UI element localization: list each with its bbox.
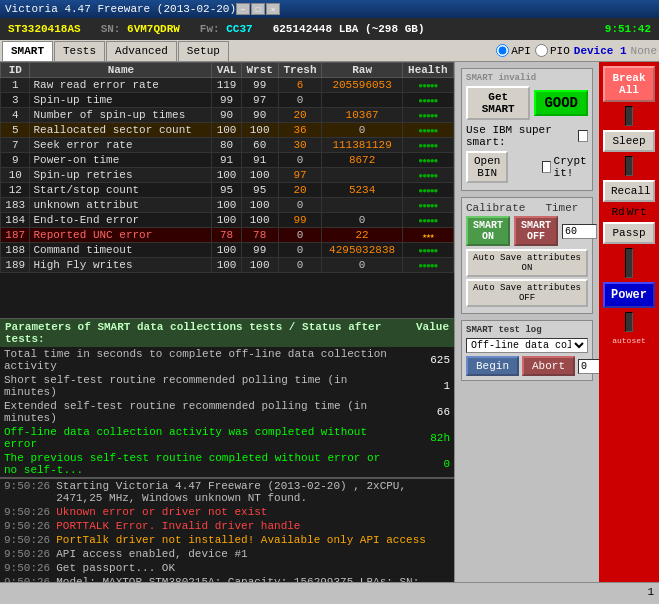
rd-label: Rd [611, 206, 624, 218]
cell-raw: 111381129 [322, 138, 402, 153]
calib-btn-row: SMART ON SMART OFF [466, 216, 588, 246]
calibrate-section: Calibrate Timer SMART ON SMART OFF Auto … [461, 197, 593, 314]
abort-button[interactable]: Abort [522, 356, 575, 376]
api-radio[interactable] [496, 44, 509, 57]
col-health: Health [402, 63, 453, 78]
crypt-checkbox[interactable] [542, 161, 550, 173]
log-time: 9:50:26 [4, 506, 50, 518]
log-time: 9:50:26 [4, 480, 50, 504]
tab-smart[interactable]: SMART [2, 41, 53, 61]
ibm-checkbox[interactable] [578, 130, 588, 142]
cell-raw [322, 93, 402, 108]
cell-tresh: 30 [278, 138, 322, 153]
recall-button[interactable]: Recall [603, 180, 655, 202]
cell-name: Number of spin-up times [30, 108, 212, 123]
cell-health: ●●●●● [402, 93, 453, 108]
cell-health: ●●●●● [402, 138, 453, 153]
cell-health: ●●●●● [402, 258, 453, 273]
timer-input[interactable] [562, 224, 597, 239]
cell-id: 10 [1, 168, 30, 183]
auto-save-off-button[interactable]: Auto Save attributes OFF [466, 279, 588, 307]
ibm-row: Use IBM super smart: [466, 124, 588, 148]
minimize-button[interactable]: − [236, 3, 250, 15]
smart-on-button[interactable]: SMART ON [466, 216, 510, 246]
cell-health: ●●●●● [402, 243, 453, 258]
cell-tresh: 0 [278, 243, 322, 258]
log-text: Uknown error or driver not exist [56, 506, 267, 518]
cell-raw: 10367 [322, 108, 402, 123]
params-section: Parameters of SMART data collections tes… [0, 318, 454, 477]
table-row: 4 Number of spin-up times 90 90 20 10367… [1, 108, 454, 123]
log-entry: 9:50:26 API access enabled, device #1 [0, 547, 454, 561]
tab-advanced[interactable]: Advanced [106, 41, 177, 61]
table-row: 10 Spin-up retries 100 100 97 ●●●●● [1, 168, 454, 183]
param-val: 82h [404, 425, 454, 451]
status-bar: 1 [0, 582, 659, 600]
cell-val: 100 [212, 168, 241, 183]
cell-val: 80 [212, 138, 241, 153]
cell-wrst: 60 [241, 138, 278, 153]
params-val-header: Value [416, 321, 449, 345]
cell-health: ●●●●● [402, 108, 453, 123]
log-text: PortTalk driver not installed! Available… [56, 534, 426, 546]
params-row: Total time in seconds to complete off-li… [0, 347, 454, 373]
smart-invalid-label: SMART invalid [466, 73, 588, 83]
cell-id: 12 [1, 183, 30, 198]
col-name: Name [30, 63, 212, 78]
cell-name: Spin-up time [30, 93, 212, 108]
center-panel: SMART invalid Get SMART GOOD Use IBM sup… [454, 62, 599, 582]
params-title: Parameters of SMART data collections tes… [5, 321, 416, 345]
cell-id: 3 [1, 93, 30, 108]
table-row: 189 High Fly writes 100 100 0 0 ●●●●● [1, 258, 454, 273]
cell-wrst: 78 [241, 228, 278, 243]
cell-wrst: 100 [241, 258, 278, 273]
fw-value: CC37 [226, 23, 252, 35]
cell-id: 189 [1, 258, 30, 273]
test-select[interactable]: Off-line data collect [466, 338, 588, 353]
auto-save-on-button[interactable]: Auto Save attributes ON [466, 249, 588, 277]
table-row: 187 Reported UNC error 78 78 0 22 ★★★ [1, 228, 454, 243]
cell-val: 100 [212, 258, 241, 273]
cell-tresh: 6 [278, 78, 322, 93]
cell-wrst: 95 [241, 183, 278, 198]
log-text: API access enabled, device #1 [56, 548, 247, 560]
smart-off-button[interactable]: SMART OFF [514, 216, 558, 246]
pio-radio-label[interactable]: PIO [535, 44, 570, 57]
cell-name: Power-on time [30, 153, 212, 168]
cell-id: 184 [1, 213, 30, 228]
open-bin-row: Open BIN Crypt it! [466, 151, 588, 183]
close-button[interactable]: × [266, 3, 280, 15]
tab-setup[interactable]: Setup [178, 41, 229, 61]
table-row: 184 End-to-End error 100 100 99 0 ●●●●● [1, 213, 454, 228]
tab-tests[interactable]: Tests [54, 41, 105, 61]
cell-tresh: 0 [278, 93, 322, 108]
passp-button[interactable]: Passp [603, 222, 655, 244]
cell-tresh: 99 [278, 213, 322, 228]
log-entry: 9:50:26 PORTTALK Error. Invalid driver h… [0, 519, 454, 533]
autoset-label: autoset [612, 336, 646, 345]
cell-tresh: 0 [278, 153, 322, 168]
cell-health: ●●●●● [402, 183, 453, 198]
pio-radio[interactable] [535, 44, 548, 57]
power-button[interactable]: Power [603, 282, 655, 308]
open-bin-button[interactable]: Open BIN [466, 151, 508, 183]
sn-value: 6VM7QDRW [127, 23, 180, 35]
cell-name: Seek error rate [30, 138, 212, 153]
api-radio-label[interactable]: API [496, 44, 531, 57]
sleep-button[interactable]: Sleep [603, 130, 655, 152]
title-buttons[interactable]: − □ × [236, 3, 280, 15]
sn-label: SN: 6VM7QDRW [101, 23, 180, 35]
cell-wrst: 90 [241, 108, 278, 123]
break-all-button[interactable]: Break All [603, 66, 655, 102]
cell-wrst: 97 [241, 93, 278, 108]
log-time: 9:50:26 [4, 562, 50, 574]
log-text: Starting Victoria 4.47 Freeware (2013-02… [56, 480, 450, 504]
cell-id: 7 [1, 138, 30, 153]
begin-button[interactable]: Begin [466, 356, 519, 376]
get-smart-button[interactable]: Get SMART [466, 86, 530, 120]
indicator-bar-4 [625, 312, 633, 332]
cell-health: ●●●●● [402, 78, 453, 93]
maximize-button[interactable]: □ [251, 3, 265, 15]
col-wrst: Wrst [241, 63, 278, 78]
title-bar: Victoria 4.47 Freeware (2013-02-20) − □ … [0, 0, 659, 18]
